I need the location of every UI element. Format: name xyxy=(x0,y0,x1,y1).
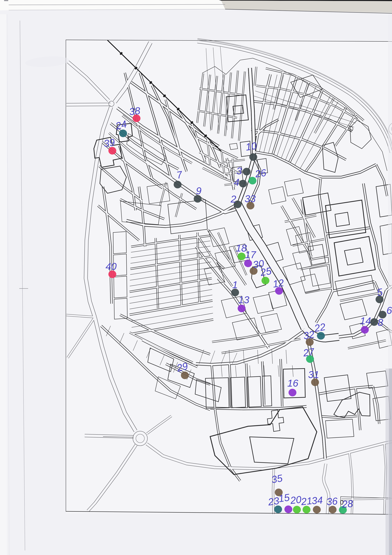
svg-text:31: 31 xyxy=(308,369,319,380)
svg-text:12: 12 xyxy=(272,277,285,290)
svg-text:6: 6 xyxy=(386,305,392,316)
svg-text:3: 3 xyxy=(236,165,242,176)
svg-text:16: 16 xyxy=(287,378,299,389)
svg-text:38: 38 xyxy=(128,105,141,117)
svg-text:27: 27 xyxy=(302,346,315,358)
svg-text:2: 2 xyxy=(230,193,236,204)
svg-text:40: 40 xyxy=(106,261,117,272)
svg-text:21: 21 xyxy=(300,495,313,507)
svg-text:8: 8 xyxy=(378,317,383,328)
svg-text:35: 35 xyxy=(271,472,284,485)
svg-text:22: 22 xyxy=(313,321,326,334)
svg-text:23: 23 xyxy=(267,495,280,508)
svg-text:25: 25 xyxy=(259,265,272,278)
svg-text:26: 26 xyxy=(254,167,267,180)
svg-text:15: 15 xyxy=(278,492,290,504)
svg-text:34: 34 xyxy=(311,494,323,506)
svg-text:0: 0 xyxy=(340,499,343,506)
svg-text:36: 36 xyxy=(326,495,338,507)
svg-text:39: 39 xyxy=(103,137,115,149)
svg-text:13: 13 xyxy=(238,294,249,305)
svg-text:1: 1 xyxy=(232,279,238,290)
svg-text:32: 32 xyxy=(302,329,315,342)
svg-text:9: 9 xyxy=(196,185,201,196)
svg-text:33: 33 xyxy=(245,193,256,204)
svg-text:17: 17 xyxy=(245,249,256,260)
svg-text:4: 4 xyxy=(234,177,239,188)
svg-text:10: 10 xyxy=(245,140,257,153)
svg-text:20: 20 xyxy=(290,494,302,506)
svg-text:14: 14 xyxy=(360,315,371,326)
